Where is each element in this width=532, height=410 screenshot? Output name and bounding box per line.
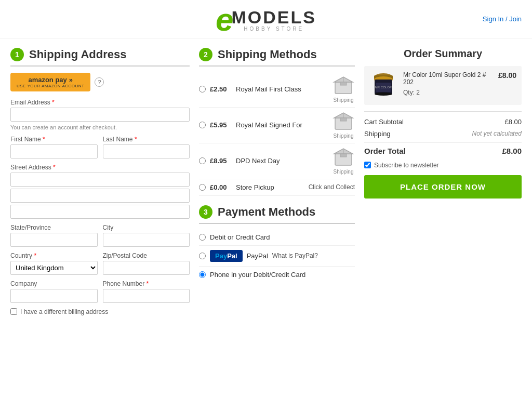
shipping-address-section: 1 Shipping Address amazon pay » USE YOUR… bbox=[10, 48, 190, 315]
state-city-row: State/Province City bbox=[10, 224, 190, 247]
billing-checkbox[interactable] bbox=[10, 308, 17, 315]
street-input-2[interactable] bbox=[10, 189, 190, 203]
street-label: Street Address * bbox=[10, 164, 190, 171]
email-hint: You can create an account after checkout… bbox=[10, 124, 190, 130]
shipping-price-2: £5.95 bbox=[210, 121, 232, 129]
logo-models-text: MODELS bbox=[232, 8, 316, 26]
payment-radio-phone[interactable] bbox=[199, 271, 206, 278]
header: e MODELS HOBBY STORE Sign In / Join bbox=[0, 0, 532, 38]
cart-subtotal-label: Cart Subtotal bbox=[364, 118, 404, 126]
shipping-methods-header: 2 Shipping Methods bbox=[199, 48, 355, 67]
step-badge-3: 3 bbox=[199, 205, 212, 219]
shipping-name-1: Royal Mail First Class bbox=[236, 85, 328, 93]
shipping-name-4: Store Pickup bbox=[236, 183, 304, 191]
package-icon-3 bbox=[332, 148, 355, 167]
shipping-price-3: £8.95 bbox=[210, 157, 232, 165]
svg-rect-7 bbox=[340, 118, 347, 121]
last-name-label: Last Name * bbox=[103, 136, 190, 143]
paypal-what-label[interactable]: What is PayPal? bbox=[272, 252, 318, 259]
shipping-icon-label-2: Shipping bbox=[332, 133, 355, 139]
logo-text-block: MODELS HOBBY STORE bbox=[232, 8, 316, 32]
amazon-arrows: » bbox=[69, 76, 73, 84]
shipping-name-3: DPD Next Day bbox=[236, 157, 328, 165]
help-icon[interactable]: ? bbox=[95, 77, 104, 87]
shipping-option-3: £8.95 DPD Next Day Shipping bbox=[199, 143, 355, 179]
logo-e: e bbox=[216, 6, 233, 34]
order-totals: Cart Subtotal £8.00 Shipping Not yet cal… bbox=[364, 111, 522, 157]
amazon-pay-button[interactable]: amazon pay » USE YOUR AMAZON ACCOUNT bbox=[10, 73, 90, 91]
svg-rect-11 bbox=[340, 154, 347, 157]
amazon-sub-label: USE YOUR AMAZON ACCOUNT bbox=[17, 84, 84, 88]
newsletter-checkbox[interactable] bbox=[364, 162, 371, 168]
payment-radio-debit[interactable] bbox=[199, 234, 206, 241]
street-input-1[interactable] bbox=[10, 173, 190, 187]
shipping-total-row: Shipping Not yet calculated bbox=[364, 128, 522, 140]
phone-input[interactable] bbox=[103, 289, 190, 303]
name-row: First Name * Last Name * bbox=[10, 136, 190, 158]
paint-pot-icon: MR COLOR bbox=[369, 71, 398, 100]
company-input[interactable] bbox=[10, 289, 98, 303]
middle-section: 2 Shipping Methods £2.50 Royal Mail Firs… bbox=[199, 48, 355, 315]
company-group: Company bbox=[10, 280, 98, 303]
place-order-button[interactable]: PLACE ORDER NOW bbox=[364, 175, 522, 199]
cart-subtotal-row: Cart Subtotal £8.00 bbox=[364, 116, 522, 128]
shipping-total-label: Shipping bbox=[364, 130, 391, 138]
payment-methods-header: 3 Payment Methods bbox=[199, 205, 355, 224]
phone-group: Phone Number * bbox=[103, 280, 190, 303]
item-name: Mr Color 10ml Super Gold 2 # 202 bbox=[403, 71, 495, 86]
first-name-label: First Name * bbox=[10, 136, 98, 143]
shipping-price-4: £0.00 bbox=[210, 183, 232, 191]
shipping-radio-3[interactable] bbox=[199, 157, 206, 164]
country-label: Country * bbox=[10, 252, 98, 259]
street-group: Street Address * bbox=[10, 164, 190, 219]
state-input[interactable] bbox=[10, 233, 98, 247]
amazon-pay-label: amazon pay bbox=[28, 76, 66, 84]
shipping-option-1: £2.50 Royal Mail First Class Shipping bbox=[199, 72, 355, 108]
payment-radio-paypal[interactable] bbox=[199, 253, 206, 259]
zip-group: Zip/Postal Code bbox=[103, 252, 190, 275]
shipping-icon-2: Shipping bbox=[332, 112, 355, 139]
email-group: Email Address * bbox=[10, 99, 190, 122]
billing-label[interactable]: I have a different billing address bbox=[20, 308, 108, 315]
svg-point-16 bbox=[375, 92, 392, 96]
city-label: City bbox=[103, 224, 190, 231]
logo-hobby-text: HOBBY STORE bbox=[232, 26, 316, 32]
svg-text:MR COLOR: MR COLOR bbox=[375, 86, 392, 89]
last-name-input[interactable] bbox=[103, 144, 190, 158]
item-price: £8.00 bbox=[498, 71, 516, 80]
email-input[interactable] bbox=[10, 108, 190, 122]
zip-label: Zip/Postal Code bbox=[103, 252, 190, 259]
step-badge-2: 2 bbox=[199, 48, 212, 61]
shipping-icon-label-1: Shipping bbox=[332, 97, 355, 103]
zip-input[interactable] bbox=[103, 261, 190, 275]
order-summary-title: Order Summary bbox=[364, 48, 522, 60]
shipping-radio-1[interactable] bbox=[199, 86, 206, 92]
shipping-icon-3: Shipping bbox=[332, 148, 355, 175]
logo[interactable]: e MODELS HOBBY STORE bbox=[216, 6, 316, 34]
amazon-pay-row: amazon pay » USE YOUR AMAZON ACCOUNT ? bbox=[10, 73, 190, 91]
first-name-input[interactable] bbox=[10, 144, 98, 158]
shipping-radio-4[interactable] bbox=[199, 184, 206, 191]
item-image: MR COLOR bbox=[369, 71, 398, 100]
payment-option-phone: Phone in your Debit/Credit Card bbox=[199, 267, 355, 283]
step-badge-1: 1 bbox=[10, 48, 24, 61]
shipping-radio-2[interactable] bbox=[199, 122, 206, 128]
shipping-icon-1: Shipping bbox=[332, 76, 355, 103]
shipping-total-value: Not yet calculated bbox=[472, 130, 522, 138]
payment-option-debit: Debit or Credit Card bbox=[199, 229, 355, 246]
shipping-address-title: Shipping Address bbox=[29, 48, 126, 61]
first-name-group: First Name * bbox=[10, 136, 98, 158]
shipping-address-header: 1 Shipping Address bbox=[10, 48, 190, 67]
paypal-logo-box: PayPal bbox=[210, 250, 243, 262]
newsletter-label[interactable]: Subscribe to newsletter bbox=[374, 162, 439, 169]
street-input-3[interactable] bbox=[10, 205, 190, 219]
city-input[interactable] bbox=[103, 233, 190, 247]
last-name-group: Last Name * bbox=[103, 136, 190, 158]
shipping-option-2: £5.95 Royal Mail Signed For Shipping bbox=[199, 108, 355, 143]
payment-methods-title: Payment Methods bbox=[218, 205, 315, 219]
sign-in-link[interactable]: Sign In / Join bbox=[483, 15, 522, 23]
country-select[interactable]: United Kingdom bbox=[10, 261, 98, 275]
phone-payment-label: Phone in your Debit/Credit Card bbox=[210, 271, 305, 279]
package-icon-2 bbox=[332, 112, 355, 131]
order-total-row: Order Total £8.00 bbox=[364, 142, 522, 157]
